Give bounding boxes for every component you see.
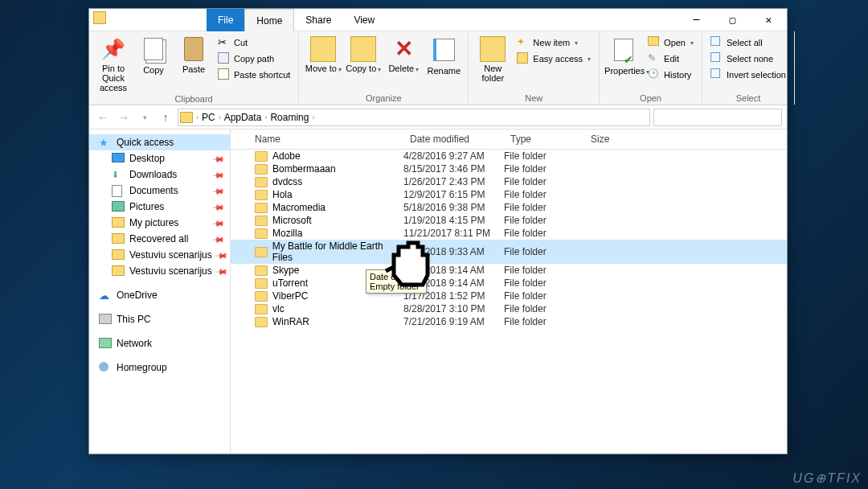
edit-button[interactable]: Edit <box>645 51 697 67</box>
col-name[interactable]: Name <box>231 129 403 149</box>
crumb-appdata[interactable]: AppData <box>223 112 264 123</box>
qat-folder-icon <box>93 11 106 24</box>
breadcrumb[interactable]: › PC › AppData › Roaming › <box>178 109 650 126</box>
rename-button[interactable]: Rename <box>424 35 463 76</box>
paste-shortcut-button[interactable]: Paste shortcut <box>215 67 293 83</box>
folder-icon <box>255 190 268 200</box>
pin-marker-icon: 📌 <box>212 184 225 197</box>
new-item-icon <box>517 36 530 49</box>
folder-icon <box>255 278 268 289</box>
col-type[interactable]: Type <box>504 129 584 149</box>
file-row[interactable]: My Battle for Middle Earth Files1/23/201… <box>231 240 787 264</box>
nav-item[interactable]: Vestuviu scenarijus📌 <box>89 263 230 279</box>
tab-share[interactable]: Share <box>294 9 342 31</box>
pin-marker-icon: 📌 <box>212 200 225 213</box>
col-size[interactable]: Size <box>584 129 649 149</box>
copy-path-button[interactable]: Copy path <box>215 51 293 67</box>
new-group-label: New <box>473 93 594 103</box>
maximize-button[interactable]: ▢ <box>714 9 751 31</box>
file-row[interactable]: uTorrent1/23/2018 9:14 AMFile folder <box>231 277 787 290</box>
edit-icon <box>648 52 661 65</box>
file-row[interactable]: Skype1/23/2018 9:14 AMFile folder <box>231 264 787 277</box>
file-row[interactable]: ViberPC1/17/2018 1:52 PMFile folder <box>231 290 787 302</box>
nav-network[interactable]: Network <box>89 335 230 351</box>
file-row[interactable]: dvdcss1/26/2017 2:43 PMFile folder <box>231 175 787 188</box>
properties-button[interactable]: Properties▾ <box>604 35 643 76</box>
file-row[interactable]: Microsoft1/19/2018 4:15 PMFile folder <box>231 214 787 227</box>
nav-item[interactable]: Downloads📌 <box>89 166 230 183</box>
nav-quick-access[interactable]: Quick access <box>89 134 230 150</box>
close-button[interactable]: ✕ <box>751 9 787 31</box>
copy-to-button[interactable]: Copy to▾ <box>344 35 383 73</box>
file-row[interactable]: Adobe4/28/2016 9:27 AMFile folder <box>231 150 787 162</box>
paste-icon <box>181 37 207 63</box>
pin-quick-access-button[interactable]: Pin to Quick access <box>94 35 133 92</box>
ribbon: Pin to Quick access Copy Paste Cut Copy … <box>89 31 787 105</box>
nav-this-pc[interactable]: This PC <box>89 311 230 327</box>
clipboard-group-label: Clipboard <box>94 94 293 104</box>
pin-marker-icon: 📌 <box>215 249 228 261</box>
folder-icon <box>255 151 268 162</box>
copy-icon <box>141 38 166 64</box>
nav-onedrive[interactable]: OneDrive <box>89 287 230 303</box>
paste-button[interactable]: Paste <box>174 35 213 74</box>
back-button[interactable]: ← <box>94 111 112 124</box>
rename-icon <box>431 39 457 64</box>
organize-group-label: Organize <box>304 93 463 103</box>
file-row[interactable]: WinRAR7/21/2016 9:19 AMFile folder <box>231 315 787 328</box>
cut-button[interactable]: Cut <box>215 35 293 51</box>
nav-item[interactable]: My pictures📌 <box>89 215 230 231</box>
tab-home[interactable]: Home <box>244 9 294 31</box>
network-icon <box>99 338 112 349</box>
invert-selection-button[interactable]: Invert selection <box>707 67 789 83</box>
search-input[interactable] <box>653 109 782 126</box>
new-item-button[interactable]: New item▾ <box>514 35 594 51</box>
easy-access-icon <box>517 52 530 65</box>
nav-homegroup[interactable]: Homegroup <box>89 360 230 376</box>
open-button[interactable]: Open▾ <box>645 35 697 51</box>
move-to-button[interactable]: Move to▾ <box>304 35 342 73</box>
file-row[interactable]: Mozilla11/21/2017 8:11 PMFile folder <box>231 227 787 240</box>
copy-to-icon <box>350 36 376 62</box>
folder-icon <box>180 112 193 123</box>
navigation-pane: Quick access Desktop📌Downloads📌Documents… <box>89 129 231 454</box>
tab-view[interactable]: View <box>342 9 386 31</box>
nav-item[interactable]: Pictures📌 <box>89 199 230 215</box>
select-none-button[interactable]: Select none <box>707 51 789 67</box>
copy-button[interactable]: Copy <box>134 35 173 75</box>
nav-item[interactable]: Documents📌 <box>89 183 230 199</box>
easy-access-button[interactable]: Easy access▾ <box>514 51 594 67</box>
select-all-button[interactable]: Select all <box>707 35 789 51</box>
down-icon <box>112 169 125 180</box>
nav-item[interactable]: Vestuviu scenarijus📌 <box>89 247 230 263</box>
nav-item[interactable]: Recovered all📌 <box>89 231 230 247</box>
nav-item[interactable]: Desktop📌 <box>89 150 230 166</box>
up-button[interactable]: ↑ <box>157 111 174 124</box>
pin-marker-icon: 📌 <box>212 216 225 229</box>
delete-button[interactable]: Delete▾ <box>384 35 423 73</box>
file-row[interactable]: Macromedia5/18/2016 9:38 PMFile folder <box>231 201 787 214</box>
folder-icon <box>255 317 268 327</box>
history-button[interactable]: History <box>645 67 697 83</box>
recent-button[interactable]: ▾ <box>136 113 154 121</box>
crumb-roaming[interactable]: Roaming <box>268 112 310 123</box>
tab-file[interactable]: File <box>207 9 244 31</box>
folder-icon <box>255 203 268 213</box>
file-row[interactable]: Hola12/9/2017 6:15 PMFile folder <box>231 188 787 201</box>
folder-icon <box>255 247 268 257</box>
open-icon <box>648 36 661 49</box>
file-row[interactable]: Bombermaaan8/15/2017 3:46 PMFile folder <box>231 162 787 175</box>
file-row[interactable]: vlc8/28/2017 3:10 PMFile folder <box>231 302 787 315</box>
new-folder-button[interactable]: New folder <box>473 35 512 83</box>
address-bar: ← → ▾ ↑ › PC › AppData › Roaming › <box>89 105 787 129</box>
forward-button[interactable]: → <box>115 111 133 124</box>
homegroup-icon <box>99 362 112 373</box>
crumb-pc[interactable]: PC <box>200 112 217 123</box>
pic-icon <box>112 201 125 212</box>
folder-icon <box>255 304 268 314</box>
select-group-label: Select <box>707 93 789 103</box>
minimize-button[interactable]: ─ <box>678 9 714 31</box>
fold-icon <box>112 217 125 228</box>
copy-path-icon <box>218 52 231 65</box>
col-date[interactable]: Date modified <box>403 129 504 149</box>
